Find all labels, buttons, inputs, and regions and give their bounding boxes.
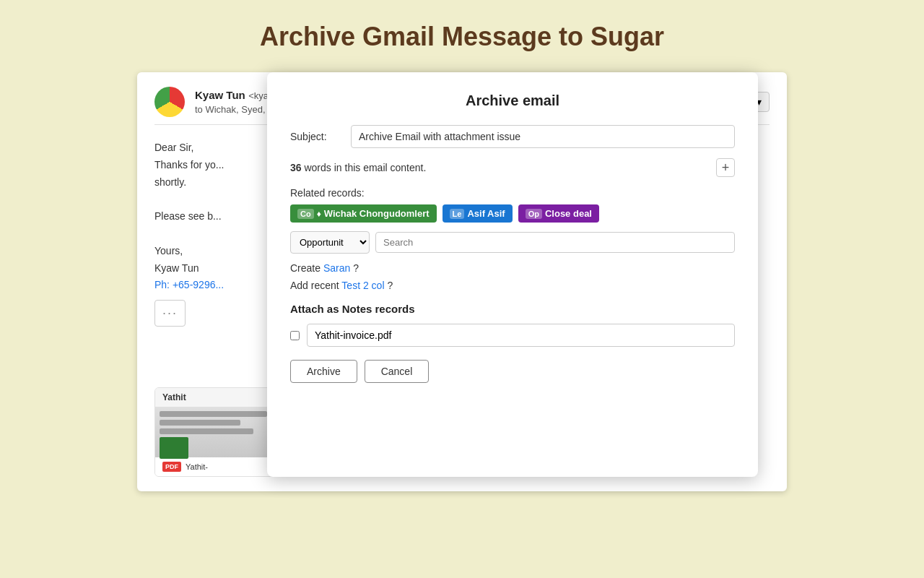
expand-content-button[interactable]: + [716,158,735,177]
word-count-row: 36 words in this email content. + [290,158,735,177]
email-card: Kyaw Tun <kyawtun@yathit.com> to Wichak,… [137,72,787,491]
avatar [154,87,185,117]
search-input[interactable] [375,232,735,253]
create-saran-link[interactable]: Saran [323,262,350,274]
modal-title: Archive email [290,92,735,109]
create-prefix: Create [290,262,321,274]
notes-title: Attach as Notes records [290,303,735,315]
search-row: Opportunit [290,231,735,254]
archive-modal: Archive email Subject: 36 words in this … [267,72,758,477]
word-count-text: 36 words in this email content. [290,162,426,173]
subject-input[interactable] [351,125,735,148]
cancel-button[interactable]: Cancel [365,360,430,383]
more-body-button[interactable]: ··· [154,300,186,327]
attachment-filename: Yathit- [186,462,208,471]
tag-op-name: Close deal [545,208,592,219]
page-title: Archive Gmail Message to Sugar [260,22,664,52]
add-recent-suffix: ? [387,280,393,291]
create-row: Create Saran ? [290,262,735,274]
add-recent-prefix: Add recent [290,280,339,291]
archive-button[interactable]: Archive [290,360,357,383]
tag-le-name: Asif Asif [467,208,505,219]
tag-op-badge: Op [526,209,542,219]
add-recent-link[interactable]: Test 2 col [341,280,384,291]
add-recent-row: Add recent Test 2 col ? [290,280,735,291]
word-count-suffix: words in this email content. [304,162,426,173]
tags-row: Co ♦ Wichak Chongudomlert Le Asif Asif O… [290,204,735,223]
type-select[interactable]: Opportunit [290,231,370,254]
tag-co-badge: Co [297,209,314,219]
subject-row: Subject: [290,125,735,148]
tag-co-name: Wichak Chongudomlert [324,208,430,219]
tag-lead[interactable]: Le Asif Asif [443,204,513,223]
subject-label: Subject: [290,131,341,142]
diamond-icon: ♦ [317,209,321,219]
notes-file-input[interactable] [307,324,735,347]
related-label: Related records: [290,187,735,199]
tag-le-badge: Le [450,209,465,219]
sender-name: Kyaw Tun [195,89,245,101]
word-count-number: 36 [290,162,302,173]
modal-actions: Archive Cancel [290,360,735,383]
notes-checkbox[interactable] [290,331,300,340]
notes-row [290,324,735,347]
pdf-icon: PDF [162,462,181,472]
tag-opportunity[interactable]: Op Close deal [518,204,599,223]
create-suffix: ? [353,262,359,274]
tag-contact[interactable]: Co ♦ Wichak Chongudomlert [290,204,437,223]
